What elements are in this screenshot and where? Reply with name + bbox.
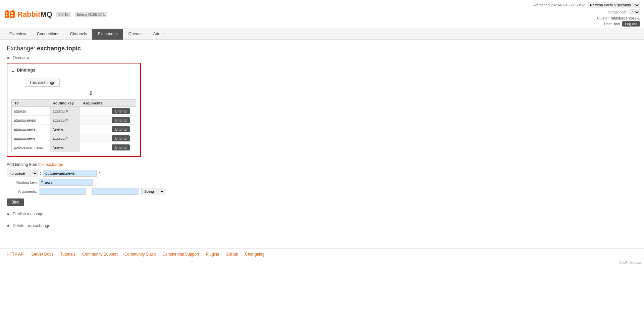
footer: HTTP APIServer DocsTutorialsCommunity Su… [0,248,644,260]
arguments-row: Arguments: = String Number Boolean [7,188,637,195]
add-binding-section: Add binding from this exchange To queue … [7,162,637,206]
footer-link[interactable]: Server Docs [31,252,53,257]
logo-icon [4,8,16,20]
nav-queues[interactable]: Queues [123,29,148,40]
svg-rect-0 [5,11,9,18]
logout-button[interactable]: Log out [622,21,640,27]
table-row: atguiguatguigu.#Unbind [12,107,136,116]
destination-row: To queue To exchange : * [7,170,637,177]
publish-message-label: Publish message [13,212,43,216]
footer-link[interactable]: GitHub [226,252,238,257]
add-binding-title: Add binding from this exchange [7,162,637,167]
publish-message-section: ► Publish message [7,210,637,218]
footer-link[interactable]: Tutorials [60,252,75,257]
overview-label: Overview [13,55,30,60]
routing-key-cell: atguigu.# [50,134,80,143]
nav-connections[interactable]: Connections [32,29,65,40]
delete-exchange-toggle[interactable]: ► Delete this exchange [7,222,637,229]
footer-link[interactable]: Community Slack [124,252,156,257]
arg-eq-sign: = [88,189,90,194]
refreshed-label: Refreshed 2023-07-16 21:53:52 [533,3,585,7]
right-arrow-icon-delete: ► [7,223,11,228]
nav-exchanges[interactable]: Exchanges [92,29,123,40]
virtual-host-select[interactable]: / [629,9,640,15]
unbind-cell: Unbind [109,107,136,116]
col-routing-key: Routing key [50,100,80,107]
delete-exchange-label: Delete this exchange [13,223,50,228]
virtual-host-label: Virtual host [608,10,627,14]
version-badge: 3.6.16 [56,12,71,17]
user-value: root [614,22,620,26]
unbind-button[interactable]: Unbind [112,117,130,123]
queue-name-cell: atguigu.news [12,125,50,134]
required-star: * [99,171,100,175]
arg-value-input[interactable] [92,188,139,195]
erlang-badge: Erlang R16B03-1 [75,12,107,17]
footer-link[interactable]: Plugins [206,252,219,257]
routing-key-cell: *.news [50,125,80,134]
col-actions [109,100,136,107]
arguments-label: Arguments: [7,189,37,193]
colon-separator: : [40,171,41,176]
nav-channels[interactable]: Channels [65,29,93,40]
page-title: Exchange: exchange.topic [7,45,637,52]
footer-link[interactable]: Community Support [82,252,118,257]
footer-link[interactable]: Commercial Support [162,252,199,257]
unbind-button[interactable]: Unbind [112,144,130,150]
down-double-arrow: ⇓ [45,89,136,97]
bindings-title: Bindings [17,68,36,73]
delete-exchange-section: ► Delete this exchange [7,222,637,229]
nav-overview[interactable]: Overview [4,29,32,40]
unbind-button[interactable]: Unbind [112,108,130,114]
bindings-table: To Routing key Arguments atguiguatguigu.… [11,99,136,152]
unbind-button[interactable]: Unbind [112,135,130,141]
routing-key-cell: atguigu.# [50,116,80,125]
right-arrow-icon-publish: ► [7,212,11,216]
watermark: CSDN @crysw [0,260,644,265]
routing-key-cell: atguigu.# [50,107,80,116]
destination-type-select[interactable]: To queue To exchange [7,170,38,177]
cluster-label: Cluster [597,16,609,20]
routing-key-cell: *.news [50,143,80,152]
arg-key-input[interactable] [39,188,86,195]
arguments-cell [80,125,109,134]
routing-key-input[interactable] [39,179,93,186]
footer-link[interactable]: Changelog [245,252,264,257]
unbind-cell: Unbind [109,134,136,143]
unbind-cell: Unbind [109,125,136,134]
col-to: To [12,100,50,107]
svg-rect-4 [11,12,13,14]
svg-rect-6 [6,10,8,12]
publish-message-toggle[interactable]: ► Publish message [7,210,637,218]
overview-toggle[interactable]: ► Overview [7,55,637,60]
logo-text: RabbitMQ [17,10,52,19]
svg-rect-3 [10,11,15,18]
queue-name-cell: gulixueyuan.news [12,143,50,152]
refresh-select[interactable]: Refresh every 5 seconds Refresh every 10… [587,2,640,8]
queue-name-cell: atguigu.emps [12,116,50,125]
destination-input[interactable] [43,170,97,177]
arguments-cell [80,116,109,125]
arguments-cell [80,143,109,152]
unbind-cell: Unbind [109,116,136,125]
nav-admin[interactable]: Admin [148,29,170,40]
routing-key-label: Routing key: [7,180,37,184]
arguments-cell [80,107,109,116]
unbind-cell: Unbind [109,143,136,152]
arg-type-select[interactable]: String Number Boolean [141,188,165,195]
svg-rect-2 [6,15,7,16]
col-arguments: Arguments [80,100,109,107]
arguments-cell [80,134,109,143]
table-row: atguigu.empsatguigu.#Unbind [12,116,136,125]
svg-rect-1 [6,12,7,14]
footer-link[interactable]: HTTP API [7,252,24,257]
this-exchange-bubble: This exchange [25,79,60,87]
logo: RabbitMQ [4,8,52,20]
bindings-section: ▼ Bindings This exchange ⇓ To Routing ke… [7,63,141,157]
cluster-value: rabbit@centos7-1 [611,16,640,20]
bind-button[interactable]: Bind [7,198,24,206]
this-exchange-link[interactable]: this exchange [38,162,63,167]
unbind-button[interactable]: Unbind [112,126,130,132]
svg-rect-5 [11,15,13,16]
table-row: gulixueyuan.news*.newsUnbind [12,143,136,152]
